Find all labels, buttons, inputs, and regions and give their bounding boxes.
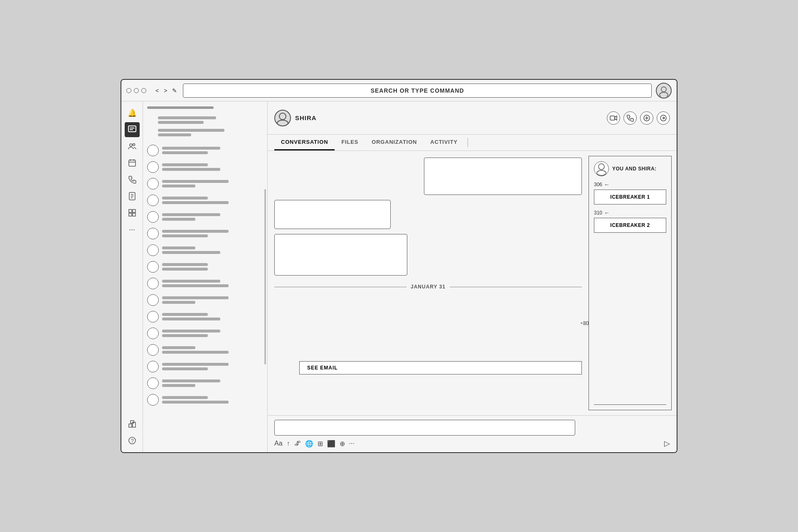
sidebar-icon-bell[interactable]: 🔔 bbox=[125, 106, 140, 121]
annotation-310: 310 bbox=[594, 210, 602, 216]
upload-icon[interactable]: ↑ bbox=[287, 440, 290, 447]
chat-item[interactable] bbox=[143, 275, 267, 292]
chat-item[interactable] bbox=[143, 342, 267, 358]
chat-item[interactable] bbox=[143, 242, 267, 259]
chat-line-2 bbox=[162, 284, 229, 287]
window-dot-2[interactable] bbox=[134, 88, 139, 93]
tab-organization[interactable]: ORGANIZATION bbox=[365, 135, 424, 150]
chat-line-1 bbox=[162, 280, 220, 283]
forward-button[interactable]: > bbox=[162, 86, 169, 95]
user-avatar-title[interactable] bbox=[656, 83, 672, 99]
chat-item[interactable] bbox=[143, 375, 267, 392]
sidebar-icon-files[interactable] bbox=[125, 189, 140, 204]
chat-text bbox=[162, 313, 263, 320]
voice-call-button[interactable] bbox=[623, 111, 637, 125]
icebreaker-2-button[interactable]: ICEBREAKER 2 bbox=[594, 218, 666, 233]
svg-point-1 bbox=[660, 92, 668, 96]
chat-line-1 bbox=[162, 180, 229, 183]
chat-text bbox=[162, 213, 263, 221]
chat-avatar bbox=[147, 261, 159, 273]
code-icon[interactable]: ⬛ bbox=[327, 440, 335, 448]
screen-share-button[interactable] bbox=[640, 111, 653, 125]
chat-item[interactable] bbox=[143, 175, 267, 192]
tab-activity[interactable]: ACTIVITY bbox=[424, 135, 464, 150]
scrollbar[interactable] bbox=[264, 189, 266, 365]
chat-text bbox=[162, 396, 263, 404]
search-bar[interactable]: 303 SEARCH OR TYPE COMMAND bbox=[183, 84, 652, 98]
chat-text bbox=[162, 163, 263, 171]
annotation-304-arrow: ← bbox=[579, 319, 586, 327]
chat-search-bar[interactable] bbox=[147, 106, 214, 109]
tab-conversation[interactable]: CONVERSATION bbox=[274, 135, 335, 150]
chat-item[interactable] bbox=[143, 126, 267, 139]
grid-icon[interactable]: ⊞ bbox=[318, 440, 323, 448]
chat-item[interactable] bbox=[143, 192, 267, 209]
chat-input-box[interactable] bbox=[274, 420, 575, 436]
chat-item[interactable] bbox=[143, 392, 267, 408]
chat-header-actions bbox=[607, 111, 670, 125]
window-dot-3[interactable] bbox=[141, 88, 146, 93]
chat-line-2 bbox=[162, 384, 195, 387]
chat-line-1 bbox=[162, 379, 220, 382]
chat-item[interactable] bbox=[143, 142, 267, 159]
sidebar-icon-apps[interactable] bbox=[125, 205, 140, 220]
back-button[interactable]: < bbox=[154, 86, 160, 95]
chat-line-1 bbox=[162, 197, 208, 200]
send-button[interactable]: ▷ bbox=[664, 439, 670, 448]
chat-line-2 bbox=[162, 218, 195, 221]
window-dot-1[interactable] bbox=[126, 88, 131, 93]
chat-item[interactable] bbox=[143, 292, 267, 308]
link-icon[interactable]: 🌐 bbox=[305, 440, 313, 448]
chat-line-1 bbox=[158, 129, 224, 132]
chat-avatar bbox=[147, 178, 159, 190]
chat-item[interactable] bbox=[143, 159, 267, 175]
sidebar-icon-teams[interactable] bbox=[125, 139, 140, 154]
contact-name: SHIRA bbox=[295, 114, 317, 121]
sidebar-icon-more[interactable]: ··· bbox=[125, 222, 140, 237]
chat-item[interactable] bbox=[143, 209, 267, 225]
chat-item[interactable] bbox=[143, 225, 267, 242]
emoji-icon[interactable]: ⊕ bbox=[340, 440, 345, 448]
chat-avatar bbox=[147, 161, 159, 173]
chat-avatar bbox=[147, 394, 159, 406]
chat-line-2 bbox=[162, 251, 220, 254]
svg-rect-3 bbox=[130, 128, 135, 128]
sidebar-icon-admin[interactable] bbox=[125, 416, 140, 431]
chat-text bbox=[162, 379, 263, 387]
chat-item[interactable] bbox=[143, 325, 267, 342]
chat-line-2 bbox=[162, 367, 208, 370]
chat-main: SHIRA bbox=[268, 101, 677, 452]
tab-files[interactable]: FILES bbox=[335, 135, 365, 150]
chat-item[interactable] bbox=[143, 358, 267, 375]
you-shira-avatar bbox=[594, 161, 609, 176]
chat-line-1 bbox=[162, 346, 195, 349]
chat-line-2 bbox=[162, 151, 208, 154]
chat-avatar bbox=[147, 294, 159, 306]
video-call-button[interactable] bbox=[607, 111, 620, 125]
sidebar-icon-chat[interactable] bbox=[125, 122, 140, 137]
attach-icon[interactable]: 🖇 bbox=[294, 440, 301, 447]
see-email-button[interactable]: SEE EMAIL bbox=[299, 361, 582, 374]
chat-item[interactable] bbox=[143, 308, 267, 325]
chat-avatar bbox=[147, 228, 159, 239]
chat-line-1 bbox=[158, 116, 216, 119]
annotation-306-arrow: ← bbox=[604, 181, 610, 188]
icebreaker-1-annotation: 306 ← bbox=[594, 181, 666, 188]
chat-line-1 bbox=[162, 213, 220, 216]
chat-item[interactable] bbox=[143, 259, 267, 275]
sidebar-icon-help[interactable]: ? bbox=[125, 433, 140, 448]
more-options-button[interactable] bbox=[657, 111, 670, 125]
chat-item[interactable] bbox=[143, 114, 267, 126]
app-window: < > ✎ 303 SEARCH OR TYPE COMMAND 🔔 bbox=[121, 79, 677, 453]
edit-icon[interactable]: ✎ bbox=[170, 86, 179, 95]
more-toolbar-icon[interactable]: ··· bbox=[349, 440, 355, 447]
sidebar-icon-calendar[interactable] bbox=[125, 155, 140, 170]
sidebar-icon-calls[interactable] bbox=[125, 172, 140, 187]
chat-text bbox=[162, 180, 263, 187]
format-text-icon[interactable]: Aa bbox=[274, 440, 283, 447]
chat-text bbox=[162, 197, 263, 204]
icon-sidebar: 🔔 bbox=[121, 101, 143, 452]
chat-text bbox=[162, 147, 263, 154]
icebreaker-1-button[interactable]: ICEBREAKER 1 bbox=[594, 190, 666, 204]
chat-line-1 bbox=[162, 147, 220, 150]
